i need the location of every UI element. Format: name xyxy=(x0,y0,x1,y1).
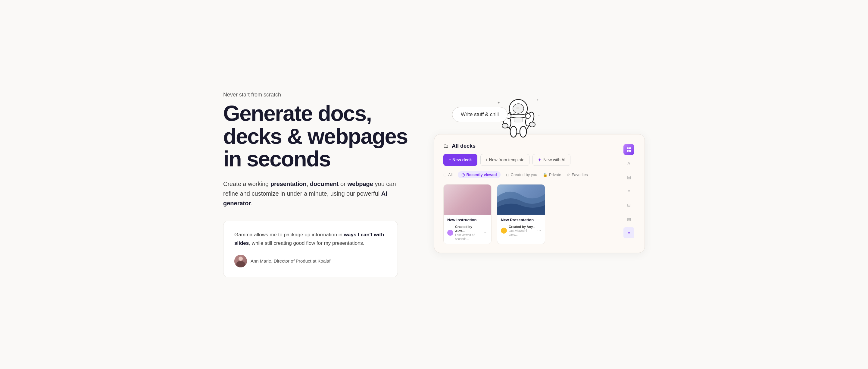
headline: Generate docs, decks & webpages in secon… xyxy=(223,102,410,171)
filter-created-label: Created by you xyxy=(511,172,537,177)
subtext-or: or xyxy=(339,180,347,187)
filter-private-label: Private xyxy=(549,172,561,177)
deck-grid: New instruction Created by Alex... Last … xyxy=(443,184,617,245)
subtext-bold1: presentation xyxy=(271,180,307,187)
favorites-icon: ☆ xyxy=(566,172,570,177)
svg-rect-20 xyxy=(627,150,628,152)
testimonial-card: Gamma allows me to package up informatio… xyxy=(223,221,398,277)
subtext-comma: , xyxy=(307,180,310,187)
filter-favorites[interactable]: ☆ Favorites xyxy=(566,172,588,177)
subtext-end: . xyxy=(251,200,253,206)
app-sidebar: A ▤ ≡ ⊟ ▦ ≡ xyxy=(622,143,636,245)
deck-icon: 🗂 xyxy=(443,143,449,149)
ai-star-icon: ✦ xyxy=(537,157,541,163)
sidebar-icon-text[interactable]: A xyxy=(623,158,634,169)
sidebar-icon-table[interactable]: ▦ xyxy=(623,214,634,224)
avatar-inner xyxy=(234,255,247,267)
subtext-before: Create a working xyxy=(223,180,271,187)
avatar xyxy=(234,255,247,267)
new-ai-label: New with AI xyxy=(543,158,565,162)
page-container: Never start from scratch Generate docs, … xyxy=(223,92,645,277)
subtext: Create a working presentation, document … xyxy=(223,179,410,208)
svg-text:✦: ✦ xyxy=(538,114,540,117)
deck-more-1[interactable]: ··· xyxy=(484,230,488,235)
svg-rect-19 xyxy=(629,147,631,149)
filter-favorites-label: Favorites xyxy=(571,172,588,177)
deck-creator-name-1: Created by Alex... xyxy=(455,225,482,233)
svg-text:✦: ✦ xyxy=(536,98,539,102)
svg-rect-21 xyxy=(629,150,631,152)
avatar-person xyxy=(237,257,245,267)
deck-more-2[interactable]: ··· xyxy=(537,228,541,233)
recent-icon: ◷ xyxy=(461,172,465,177)
new-deck-button[interactable]: + New deck xyxy=(443,154,477,166)
right-side: Write stuff & chill xyxy=(434,116,645,253)
deck-header: 🗂 All decks xyxy=(443,143,617,149)
sidebar-icon-list[interactable]: ≡ xyxy=(623,186,634,197)
testimonial-text: Gamma allows me to package up informatio… xyxy=(234,231,387,248)
deck-thumbnail-blue xyxy=(497,184,545,215)
deck-title: All decks xyxy=(452,143,475,149)
app-main: 🗂 All decks + New deck + New from templa… xyxy=(443,143,617,245)
sidebar-icon-layout[interactable]: ▤ xyxy=(623,172,634,183)
subtext-bold2: document xyxy=(310,180,339,187)
avatar-body xyxy=(237,261,245,267)
svg-rect-18 xyxy=(627,147,628,149)
filter-tabs: ◻ All ◷ Recently viewed ◻ Created by you xyxy=(443,171,617,178)
speech-bubble-text: Write stuff & chill xyxy=(461,112,499,117)
deck-avatar-2 xyxy=(501,228,507,234)
author-name: Ann Marie, Director of Product at Koalaf… xyxy=(251,258,331,263)
new-ai-button[interactable]: ✦ New with AI xyxy=(532,154,570,166)
subtext-bold3: webpage xyxy=(347,180,373,187)
deck-creator-name-2: Created by Any... xyxy=(509,225,535,229)
grid-icon xyxy=(626,147,631,152)
deck-meta-1: Created by Alex... Last viewed 45 second… xyxy=(447,225,488,241)
filter-recent-label: Recently viewed xyxy=(466,172,497,177)
app-window: 🗂 All decks + New deck + New from templa… xyxy=(434,134,645,253)
new-template-button[interactable]: + New from template xyxy=(480,154,530,166)
svg-point-12 xyxy=(509,114,527,118)
deck-card-1[interactable]: New instruction Created by Alex... Last … xyxy=(443,184,492,245)
speech-bubble: Write stuff & chill xyxy=(452,107,507,122)
filter-recent[interactable]: ◷ Recently viewed xyxy=(458,171,500,178)
deck-info-2: New Presentation Created by Any... Last … xyxy=(497,215,545,240)
all-icon: ◻ xyxy=(443,172,447,177)
testimonial-after: , while still creating good flow for my … xyxy=(249,240,365,246)
eyebrow-text: Never start from scratch xyxy=(223,92,410,98)
left-side: Never start from scratch Generate docs, … xyxy=(223,92,410,277)
filter-created[interactable]: ◻ Created by you xyxy=(506,172,537,177)
sidebar-icon-grid[interactable] xyxy=(623,144,634,155)
sidebar-icon-image[interactable]: ⊟ xyxy=(623,200,634,210)
testimonial-before: Gamma allows me to package up informatio… xyxy=(234,232,344,237)
private-icon: 🔒 xyxy=(543,172,548,177)
svg-point-9 xyxy=(520,126,526,137)
deck-creator-time-1: Last viewed 45 seconds... xyxy=(455,233,482,241)
app-window-inner: 🗂 All decks + New deck + New from templa… xyxy=(443,143,636,245)
deck-avatar-1 xyxy=(447,230,453,236)
deck-meta-2: Created by Any... Last viewed 4 days... … xyxy=(501,225,541,237)
avatar-head xyxy=(239,257,243,261)
svg-point-6 xyxy=(502,123,508,128)
deck-thumbnail-pink xyxy=(444,184,491,215)
dune-wave-svg xyxy=(497,184,545,215)
deck-name-2: New Presentation xyxy=(501,218,541,222)
deck-creator-2: Created by Any... Last viewed 4 days... xyxy=(509,225,535,237)
svg-point-7 xyxy=(529,122,535,127)
svg-point-8 xyxy=(510,126,517,137)
svg-text:✦: ✦ xyxy=(497,101,500,105)
filter-private[interactable]: 🔒 Private xyxy=(543,172,561,177)
svg-point-14 xyxy=(526,114,530,118)
deck-card-2[interactable]: New Presentation Created by Any... Last … xyxy=(497,184,545,245)
toolbar: + New deck + New from template ✦ New wit… xyxy=(443,154,617,166)
created-icon: ◻ xyxy=(506,172,509,177)
sidebar-icon-menu[interactable]: ≡ xyxy=(623,227,634,238)
filter-all-label: All xyxy=(448,172,453,177)
filter-all[interactable]: ◻ All xyxy=(443,172,453,177)
deck-name-1: New instruction xyxy=(447,218,488,222)
deck-info-1: New instruction Created by Alex... Last … xyxy=(444,215,491,244)
deck-creator-time-2: Last viewed 4 days... xyxy=(509,229,535,237)
testimonial-author: Ann Marie, Director of Product at Koalaf… xyxy=(234,255,387,267)
deck-creator-1: Created by Alex... Last viewed 45 second… xyxy=(455,225,482,241)
svg-point-3 xyxy=(516,107,519,109)
